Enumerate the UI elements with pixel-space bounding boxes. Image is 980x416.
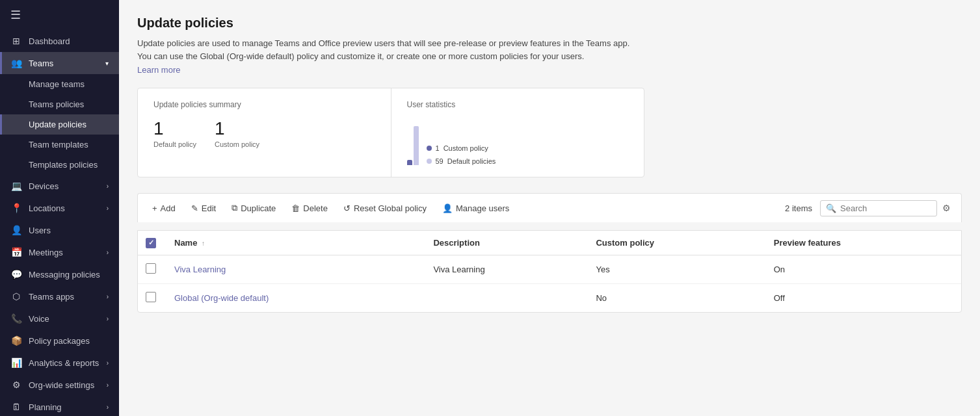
add-button[interactable]: + Add	[146, 200, 182, 217]
sidebar-item-templates-policies[interactable]: Templates policies	[0, 155, 119, 175]
duplicate-label: Duplicate	[241, 203, 276, 213]
legend-dot-custom	[427, 146, 432, 151]
items-count: 2 items	[785, 203, 812, 213]
custom-policy-count: 1	[215, 120, 225, 138]
sidebar-item-messaging-policies[interactable]: 💬 Messaging policies	[0, 263, 119, 285]
search-input[interactable]	[840, 203, 931, 213]
delete-icon: 🗑	[291, 203, 300, 213]
sidebar-item-meetings[interactable]: 📅 Meetings ›	[0, 241, 119, 263]
chevron-right-icon: ›	[107, 315, 109, 322]
row-checkbox[interactable]	[146, 263, 156, 274]
sidebar-item-teams-apps[interactable]: ⬡ Teams apps ›	[0, 285, 119, 307]
row-description-cell: Viva Learning	[423, 255, 585, 283]
analytics-icon: 📊	[10, 358, 22, 368]
edit-icon: ✎	[191, 203, 198, 213]
sidebar-label-policy-packages: Policy packages	[29, 336, 90, 346]
delete-label: Delete	[303, 203, 328, 213]
add-icon: +	[152, 203, 157, 213]
meetings-icon: 📅	[10, 247, 22, 257]
row-checkbox-cell[interactable]	[138, 283, 164, 312]
sidebar-item-analytics-reports[interactable]: 📊 Analytics & reports ›	[0, 352, 119, 374]
sidebar-label-org-wide-settings: Org-wide settings	[29, 380, 94, 390]
edit-label: Edit	[202, 203, 216, 213]
sidebar-item-team-templates[interactable]: Team templates	[0, 135, 119, 155]
delete-button[interactable]: 🗑 Delete	[285, 200, 334, 217]
policy-link[interactable]: Viva Learning	[174, 265, 226, 274]
table-header-row: ✓ Name ↑ Description Custom policy Previ…	[138, 231, 961, 255]
chevron-right-icon: ›	[107, 249, 109, 256]
chart-bars	[407, 120, 419, 165]
sidebar-item-dashboard[interactable]: ⊞ Dashboard	[0, 30, 119, 52]
dashboard-icon: ⊞	[10, 36, 22, 46]
sidebar-item-voice[interactable]: 📞 Voice ›	[0, 307, 119, 330]
sidebar-item-org-wide-settings[interactable]: ⚙ Org-wide settings ›	[0, 374, 119, 396]
name-column-header[interactable]: Name ↑	[164, 231, 423, 255]
sidebar-label-locations: Locations	[29, 203, 65, 213]
chevron-right-icon: ›	[107, 183, 109, 190]
add-label: Add	[161, 203, 176, 213]
sidebar-label-analytics-reports: Analytics & reports	[29, 358, 99, 368]
sidebar-item-policy-packages[interactable]: 📦 Policy packages	[0, 330, 119, 352]
row-custom-policy-cell: No	[585, 283, 763, 312]
org-settings-icon: ⚙	[10, 380, 22, 390]
chevron-right-icon: ›	[107, 382, 109, 389]
duplicate-button[interactable]: ⧉ Duplicate	[225, 199, 282, 217]
edit-button[interactable]: ✎ Edit	[185, 200, 222, 217]
row-preview-features-cell: On	[763, 255, 961, 283]
planning-icon: 🗓	[10, 402, 22, 412]
sidebar-label-devices: Devices	[29, 181, 59, 191]
legend-default: 59 Default policies	[427, 157, 496, 165]
sidebar-item-update-policies[interactable]: Update policies	[0, 114, 119, 135]
search-box[interactable]: 🔍	[820, 200, 937, 216]
sidebar-item-planning[interactable]: 🗓 Planning ›	[0, 396, 119, 416]
reset-global-policy-button[interactable]: ↺ Reset Global policy	[337, 200, 433, 217]
legend-default-count: 59	[436, 157, 444, 165]
row-checkbox-cell[interactable]	[138, 255, 164, 283]
custom-policy-stat: 1 Custom policy	[215, 120, 259, 148]
legend-custom-count: 1	[436, 144, 440, 152]
row-name-cell: Global (Org-wide default)	[164, 283, 423, 312]
voice-icon: 📞	[10, 313, 22, 324]
sidebar-label-dashboard: Dashboard	[29, 36, 70, 46]
reset-icon: ↺	[343, 203, 351, 213]
sidebar-label-messaging-policies: Messaging policies	[29, 270, 100, 280]
default-policy-stat: 1 Default policy	[153, 120, 196, 148]
sidebar-item-devices[interactable]: 💻 Devices ›	[0, 175, 119, 197]
row-custom-policy-cell: Yes	[585, 255, 763, 283]
manage-users-icon: 👤	[442, 203, 453, 213]
user-statistics-card: User statistics 1 Custom policy 59 De	[391, 88, 644, 177]
manage-users-button[interactable]: 👤 Manage users	[436, 200, 516, 217]
update-policies-summary-card: Update policies summary 1 Default policy…	[138, 88, 391, 177]
messaging-icon: 💬	[10, 269, 22, 280]
user-statistics-title: User statistics	[407, 100, 629, 109]
policy-link[interactable]: Global (Org-wide default)	[174, 293, 269, 303]
hamburger-menu[interactable]: ☰	[0, 0, 119, 30]
policies-table: ✓ Name ↑ Description Custom policy Previ…	[137, 230, 962, 313]
row-name-cell: Viva Learning	[164, 255, 423, 283]
legend-default-label: Default policies	[447, 157, 496, 165]
sidebar-item-users[interactable]: 👤 Users	[0, 219, 119, 241]
search-icon: 🔍	[826, 203, 836, 213]
sidebar-label-users: Users	[29, 226, 51, 235]
sidebar-label-planning: Planning	[29, 402, 62, 412]
row-checkbox[interactable]	[146, 292, 156, 302]
hamburger-icon: ☰	[10, 8, 21, 22]
locations-icon: 📍	[10, 203, 22, 213]
table-settings-button[interactable]: ⚙	[940, 200, 953, 216]
default-policy-label: Default policy	[153, 140, 196, 148]
legend-custom-label: Custom policy	[444, 144, 488, 152]
select-all-checkbox[interactable]: ✓	[146, 238, 156, 248]
users-icon: 👤	[10, 225, 22, 235]
sidebar-item-locations[interactable]: 📍 Locations ›	[0, 197, 119, 219]
teams-icon: 👥	[10, 58, 22, 68]
legend-custom: 1 Custom policy	[427, 144, 496, 152]
sidebar-label-voice: Voice	[29, 314, 49, 324]
chevron-down-icon: ▾	[105, 60, 109, 67]
sidebar-item-teams[interactable]: 👥 Teams ▾	[0, 52, 119, 74]
sidebar-item-manage-teams[interactable]: Manage teams	[0, 74, 119, 94]
select-all-column[interactable]: ✓	[138, 231, 164, 255]
reset-label: Reset Global policy	[354, 203, 427, 213]
learn-more-link[interactable]: Learn more	[137, 65, 180, 75]
sidebar-item-teams-policies[interactable]: Teams policies	[0, 94, 119, 114]
chevron-right-icon: ›	[107, 205, 109, 212]
